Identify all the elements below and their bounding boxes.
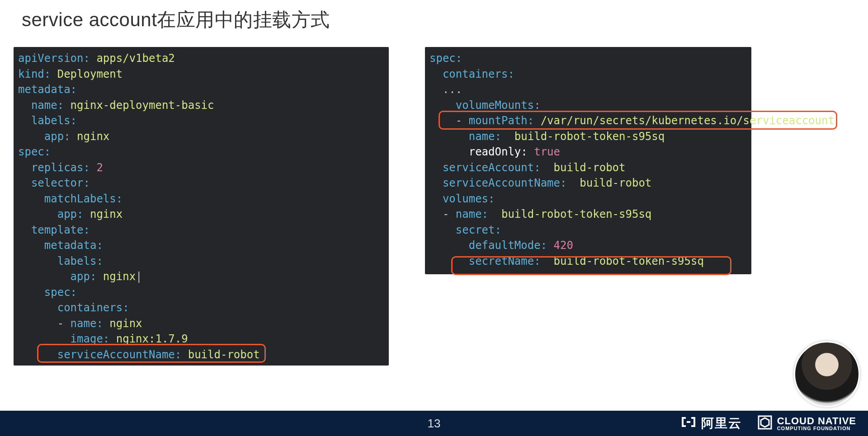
presenter-webcam	[794, 341, 860, 407]
code-line: spec:	[18, 144, 384, 160]
code-line: secretName: build-robot-token-s95sq	[429, 253, 747, 269]
code-line: metadata:	[18, 238, 384, 253]
code-line: app: nginx	[18, 206, 384, 222]
code-line: image: nginx:1.7.9	[18, 331, 384, 347]
code-line: app: nginx	[18, 129, 384, 145]
code-line: labels:	[18, 113, 384, 129]
code-block-pod-spec: spec: containers: ... volumeMounts: - mo…	[425, 47, 751, 274]
code-line: serviceAccountName: build-robot	[429, 175, 747, 191]
cncf-logo: CLOUD NATIVE COMPUTING FOUNDATION	[757, 415, 856, 432]
code-line: - mountPath: /var/run/secrets/kubernetes…	[429, 113, 747, 129]
code-line: kind: Deployment	[18, 66, 384, 82]
cncf-hex-icon	[757, 415, 773, 432]
cncf-text-top: CLOUD NATIVE	[777, 416, 856, 426]
code-line: readOnly: true	[429, 144, 747, 160]
code-line: name: build-robot-token-s95sq	[429, 129, 747, 145]
code-line: apiVersion: apps/v1beta2	[18, 51, 384, 66]
footer-logos: 阿里云 CLOUD NATIVE COMPUTING FOUNDATION	[680, 411, 856, 436]
code-line: selector:	[18, 175, 384, 191]
code-line: metadata:	[18, 82, 384, 98]
slide-title: service account在应用中的挂载方式	[22, 7, 330, 33]
code-line: name: nginx-deployment-basic	[18, 98, 384, 113]
svg-rect-0	[687, 421, 690, 423]
svg-marker-2	[761, 418, 769, 427]
code-line: serviceAccountName: build-robot	[18, 347, 384, 363]
code-block-deployment: apiVersion: apps/v1beta2kind: Deployment…	[14, 47, 389, 366]
code-line: replicas: 2	[18, 160, 384, 176]
code-line: - name: nginx	[18, 316, 384, 332]
code-line: volumeMounts:	[429, 98, 747, 113]
code-line: spec:	[18, 285, 384, 300]
code-line: secret:	[429, 222, 747, 238]
aliyun-logo: 阿里云	[680, 415, 742, 432]
code-line: app: nginx|	[18, 269, 384, 285]
code-line: containers:	[429, 66, 747, 82]
cncf-text: CLOUD NATIVE COMPUTING FOUNDATION	[777, 416, 856, 431]
code-line: template:	[18, 222, 384, 238]
aliyun-text: 阿里云	[701, 415, 742, 432]
code-line: ...	[429, 82, 747, 98]
code-line: serviceAccount: build-robot	[429, 160, 747, 176]
code-line: spec:	[429, 51, 747, 66]
code-line: containers:	[18, 300, 384, 316]
code-line: defaultMode: 420	[429, 238, 747, 253]
page-number: 13	[428, 417, 441, 431]
cncf-text-bottom: COMPUTING FOUNDATION	[777, 426, 856, 431]
code-line: matchLabels:	[18, 191, 384, 207]
code-line: volumes:	[429, 191, 747, 207]
code-line: - name: build-robot-token-s95sq	[429, 206, 747, 222]
aliyun-bracket-icon	[680, 415, 697, 432]
code-line: labels:	[18, 253, 384, 269]
